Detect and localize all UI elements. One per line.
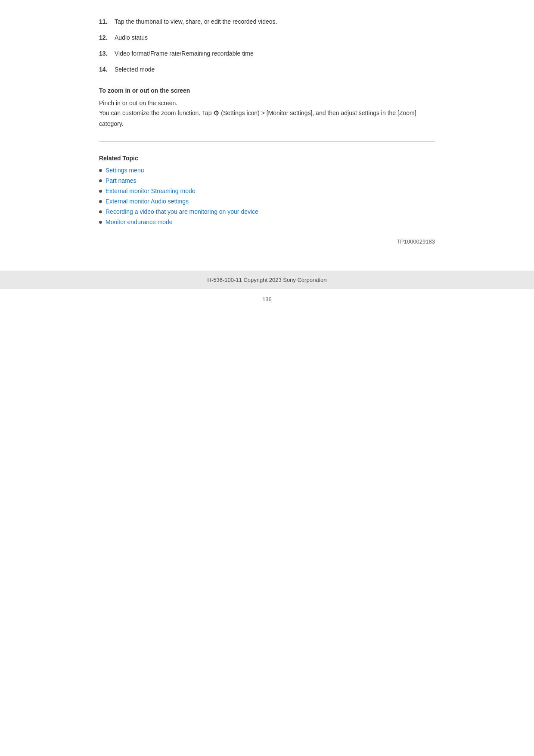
bullet-dot — [99, 221, 102, 224]
link-audio-settings[interactable]: External monitor Audio settings — [106, 198, 189, 205]
item-13-num: 13. — [99, 49, 111, 58]
zoom-section: To zoom in or out on the screen Pinch in… — [99, 87, 435, 128]
list-item-monitor-endurance: Monitor endurance mode — [99, 219, 435, 225]
item-13-text: Video format/Frame rate/Remaining record… — [115, 49, 254, 58]
link-part-names[interactable]: Part names — [106, 177, 137, 184]
link-recording-video[interactable]: Recording a video that you are monitorin… — [106, 208, 258, 215]
bullet-dot — [99, 169, 102, 172]
link-settings-menu[interactable]: Settings menu — [106, 167, 144, 174]
item-14-num: 14. — [99, 65, 111, 74]
related-topic-list: Settings menu Part names External monito… — [99, 167, 435, 225]
section-divider — [99, 141, 435, 142]
link-streaming-mode[interactable]: External monitor Streaming mode — [106, 187, 196, 194]
settings-icon: ⚙ — [213, 108, 219, 119]
page-number: 136 — [0, 296, 534, 303]
tp-code: TP1000029183 — [99, 238, 435, 245]
bullet-dot — [99, 210, 102, 213]
zoom-body: Pinch in or out on the screen. You can c… — [99, 98, 435, 128]
zoom-line1: Pinch in or out on the screen. — [99, 100, 177, 106]
list-item-part-names: Part names — [99, 177, 435, 184]
bullet-dot — [99, 179, 102, 182]
link-monitor-endurance[interactable]: Monitor endurance mode — [106, 219, 173, 225]
zoom-line2-prefix: You can customize the zoom function. Tap — [99, 109, 213, 116]
list-item-recording-video: Recording a video that you are monitorin… — [99, 208, 435, 215]
list-item-11: 11. Tap the thumbnail to view, share, or… — [99, 17, 435, 26]
item-11-num: 11. — [99, 17, 111, 26]
bullet-dot — [99, 190, 102, 193]
list-item-audio-settings: External monitor Audio settings — [99, 198, 435, 205]
item-12-num: 12. — [99, 33, 111, 42]
list-item-13: 13. Video format/Frame rate/Remaining re… — [99, 49, 435, 58]
list-item-12: 12. Audio status — [99, 33, 435, 42]
footer-text: H-536-100-11 Copyright 2023 Sony Corpora… — [208, 277, 327, 283]
list-item-settings-menu: Settings menu — [99, 167, 435, 174]
footer-bar: H-536-100-11 Copyright 2023 Sony Corpora… — [0, 271, 534, 289]
item-12-text: Audio status — [115, 33, 148, 42]
zoom-heading: To zoom in or out on the screen — [99, 87, 435, 94]
item-14-text: Selected mode — [115, 65, 155, 74]
list-item-streaming-mode: External monitor Streaming mode — [99, 187, 435, 194]
related-topic-heading: Related Topic — [99, 155, 435, 162]
numbered-list: 11. Tap the thumbnail to view, share, or… — [99, 17, 435, 74]
bullet-dot — [99, 200, 102, 203]
related-topic-section: Related Topic Settings menu Part names E… — [99, 155, 435, 225]
item-11-text: Tap the thumbnail to view, share, or edi… — [115, 17, 277, 26]
list-item-14: 14. Selected mode — [99, 65, 435, 74]
